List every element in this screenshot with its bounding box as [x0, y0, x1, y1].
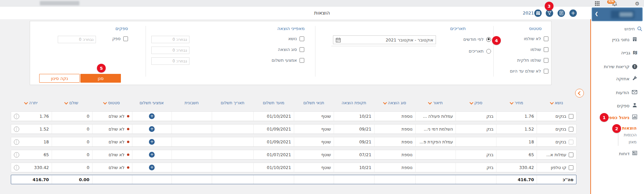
- sidebar-item-3[interactable]: אחזקה: [591, 75, 644, 82]
- table-row[interactable]: קו טלפון330.42בזקנוספת10/21שוטף01/10/202…: [11, 163, 576, 172]
- attr-option-2: אמצעי תשלום: [272, 58, 304, 63]
- cell-status: לא שולם: [92, 137, 132, 146]
- date-mode-radio[interactable]: [486, 49, 491, 54]
- column-header-balance[interactable]: יתרה: [11, 99, 51, 107]
- censored-account-name: [619, 12, 633, 17]
- status-checkbox[interactable]: [544, 36, 548, 41]
- sidebar-item-1[interactable]: גבייה₪: [591, 49, 644, 56]
- table-row[interactable]: עמלות א...65בנקנוספת07/21שוטף01/07/2021+…: [11, 150, 576, 160]
- apps-grid-icon[interactable]: [594, 1, 600, 6]
- row-checkbox[interactable]: [569, 127, 573, 132]
- status-option-label: לא שולם עד היום: [510, 68, 541, 74]
- info-icon[interactable]: ⋮: [14, 127, 19, 132]
- add-payment-method-icon[interactable]: +: [149, 139, 155, 145]
- column-header-price[interactable]: מחיר: [496, 99, 537, 107]
- status-dot: [127, 154, 129, 156]
- apply-filter-button[interactable]: סנן: [80, 74, 121, 83]
- filter-button[interactable]: [546, 9, 553, 17]
- attr-checkbox[interactable]: [300, 58, 304, 63]
- balance-value: 65: [44, 152, 49, 157]
- info-icon[interactable]: ⋮: [14, 165, 19, 170]
- add-payment-method-icon[interactable]: +: [149, 165, 155, 170]
- column-header-payment_method[interactable]: אמצעי תשלום: [132, 99, 172, 107]
- cell-payment_method: +: [132, 112, 172, 121]
- sidebar-subitem-2[interactable]: מאזן: [621, 139, 637, 146]
- status-checkbox[interactable]: [544, 69, 548, 74]
- attr-checkbox[interactable]: [300, 36, 304, 41]
- status-text: לא שולם: [108, 114, 124, 119]
- cell-payment_date: [212, 163, 253, 172]
- row-checkbox[interactable]: [569, 165, 573, 170]
- cell-payment_terms: שוטף: [294, 137, 334, 146]
- calendar-button[interactable]: [534, 9, 542, 17]
- column-header-paid[interactable]: שולם: [51, 99, 92, 107]
- cell-due_date: 01/09/2021: [253, 124, 294, 134]
- column-header-expense_type[interactable]: סוג הוצאה: [374, 99, 415, 107]
- annotation-badge-5: 5: [97, 64, 106, 73]
- cell-expense_type: נוספת: [374, 163, 415, 172]
- clear-filter-button[interactable]: נקה סינון: [39, 74, 80, 83]
- column-header-invoice[interactable]: חשבונית: [172, 99, 212, 107]
- column-header-label: תקופת הוצאה: [342, 101, 366, 105]
- cell-payment_date: [212, 112, 253, 121]
- column-header-expense_period[interactable]: תקופת הוצאה: [334, 99, 374, 107]
- status-checkbox[interactable]: [544, 58, 548, 63]
- cell-payment_method: +: [132, 150, 172, 159]
- collapse-panel-button[interactable]: [575, 89, 584, 98]
- add-payment-method-icon[interactable]: +: [149, 113, 155, 119]
- cell-payment_date: [212, 150, 253, 159]
- sidebar-subitem-0[interactable]: הוצאות: [621, 124, 637, 132]
- info-icon[interactable]: ⋮: [14, 139, 19, 145]
- sidebar-item-6[interactable]: ניהול כספי: [591, 114, 644, 121]
- row-checkbox[interactable]: [569, 114, 573, 119]
- attr-option-label: נושא: [288, 36, 297, 41]
- subject-text: בנקים: [556, 139, 566, 144]
- alert-icon: !: [632, 64, 637, 69]
- year-label[interactable]: 2021: [523, 9, 534, 17]
- cell-supplier: בנק: [456, 124, 496, 134]
- attr-selected-input[interactable]: [151, 57, 189, 65]
- report-button[interactable]: [558, 9, 565, 17]
- sidebar-subitem-1[interactable]: הכנסות: [621, 132, 637, 139]
- cell-payment_method: +: [132, 124, 172, 134]
- attr-checkbox[interactable]: [300, 47, 304, 52]
- supplier-selected-input[interactable]: [58, 36, 96, 43]
- sidebar-item-5[interactable]: ספקים: [591, 102, 644, 109]
- column-header-subject[interactable]: נושא: [537, 99, 576, 107]
- table-row[interactable]: בנקים1.52בנקהשלמת דמי ני...נוספת09/21שוט…: [11, 124, 576, 134]
- annotation-badge-2: 2: [612, 124, 621, 133]
- column-header-due_date[interactable]: מועד תשלום: [253, 99, 294, 107]
- column-header-status[interactable]: סטטוס: [92, 99, 132, 107]
- status-checkbox[interactable]: [544, 47, 548, 52]
- cell-expense_period: 07/21: [334, 150, 374, 159]
- sidebar-item-0[interactable]: נתוני בניין: [591, 36, 644, 43]
- column-header-supplier[interactable]: ספק: [456, 99, 496, 107]
- sidebar-item-7[interactable]: דוחות: [591, 150, 644, 157]
- column-header-payment_terms[interactable]: תנאי תשלום: [294, 99, 334, 107]
- date-range-field[interactable]: אוקטובר - אוקטובר 2021: [333, 35, 436, 44]
- settings-gear-icon[interactable]: ⚙: [634, 1, 640, 6]
- add-payment-method-icon[interactable]: +: [149, 126, 155, 132]
- sidebar-item-2[interactable]: קריאות שירות!: [591, 63, 644, 70]
- supplier-checkbox[interactable]: [123, 36, 128, 41]
- column-header-label: מחיר: [515, 101, 523, 105]
- add-expense-button[interactable]: +: [569, 9, 577, 17]
- info-icon[interactable]: ⋮: [14, 114, 19, 119]
- sidebar-search[interactable]: חיפוש: [591, 24, 644, 33]
- table-row[interactable]: בנקים18עמלת הפקדת פ...נוספת09/21שוטף01/0…: [11, 137, 576, 147]
- attr-selected-input[interactable]: [151, 47, 189, 54]
- column-header-description[interactable]: תיאור: [415, 99, 456, 107]
- balance-value: 330.42: [34, 165, 49, 170]
- chevron-left-icon[interactable]: ❮: [595, 11, 598, 16]
- add-payment-method-icon[interactable]: +: [149, 152, 155, 158]
- info-icon[interactable]: ⋮: [14, 152, 19, 158]
- column-header-payment_date[interactable]: תאריך תשלום: [212, 99, 253, 107]
- attr-selected-input[interactable]: [151, 36, 189, 43]
- sidebar-item-4[interactable]: הודעות: [591, 89, 644, 96]
- row-checkbox[interactable]: [569, 140, 573, 144]
- table-row[interactable]: בנקים1.76בנקעמלות פעולה ...נוספת10/21שוט…: [11, 111, 576, 121]
- cell-description: עמלות פעולה ...: [415, 112, 456, 121]
- dates-section-title: תאריכים: [450, 26, 466, 31]
- row-checkbox[interactable]: [569, 153, 573, 157]
- date-mode-radio[interactable]: [486, 37, 491, 42]
